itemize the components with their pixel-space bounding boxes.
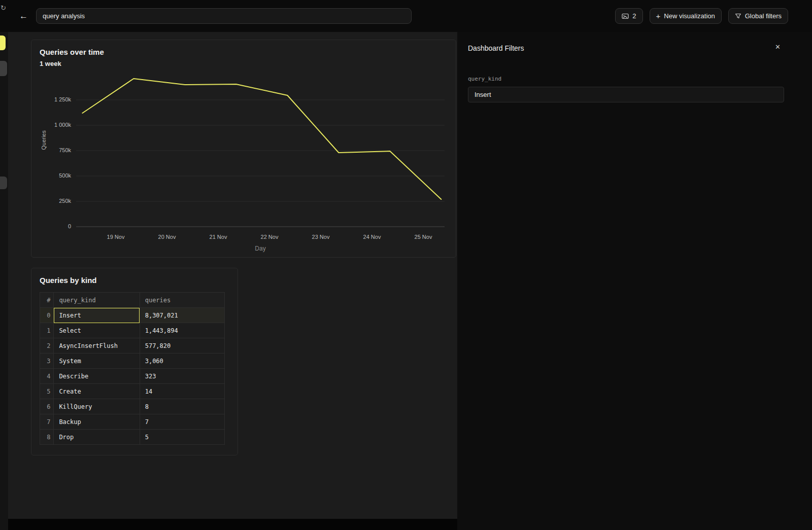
x-tick-label: 22 Nov — [249, 234, 290, 240]
table-card-queries-by-kind[interactable]: Queries by kind #query_kindqueries 0Inse… — [31, 268, 238, 455]
chart-card-queries-over-time[interactable]: Queries over time 1 week Queries Day 025… — [31, 40, 456, 258]
table-row: 3System3,060 — [40, 354, 225, 369]
table-row: 2AsyncInsertFlush577,820 — [40, 338, 225, 354]
funnel-icon — [735, 13, 741, 19]
table-row: 6KillQuery8 — [40, 399, 225, 414]
queries-by-kind-table: #query_kindqueries 0Insert8,307,0211Sele… — [40, 292, 225, 445]
table-cell[interactable]: 3 — [40, 354, 54, 369]
chart-title: Queries over time — [40, 48, 448, 56]
rail-item[interactable] — [0, 176, 7, 189]
table-cell[interactable]: 8,307,021 — [140, 308, 224, 323]
y-tick-label: 750k — [40, 147, 71, 153]
line-chart-svg — [76, 75, 445, 227]
dashboard-title-input[interactable] — [36, 8, 412, 24]
table-cell[interactable]: 14 — [140, 384, 224, 399]
x-tick-label: 25 Nov — [403, 234, 444, 240]
table-cell[interactable]: 4 — [40, 369, 54, 384]
table-cell[interactable]: 5 — [40, 384, 54, 399]
table-cell[interactable]: 0 — [40, 308, 54, 323]
table-cell[interactable]: 2 — [40, 338, 54, 354]
new-visualization-label: New visualization — [664, 12, 715, 20]
y-tick-label: 0 — [40, 223, 71, 229]
visualization-count-button[interactable]: 2 — [615, 8, 642, 24]
table-cell[interactable]: 323 — [140, 369, 224, 384]
x-tick-label: 23 Nov — [300, 234, 341, 240]
table-cell[interactable]: Drop — [54, 430, 140, 445]
filters-panel-title: Dashboard Filters — [468, 44, 784, 52]
table-cell[interactable]: 8 — [140, 399, 224, 414]
table-cell[interactable]: Backup — [54, 414, 140, 430]
history-icon[interactable]: ↻ — [1, 4, 6, 12]
table-cell[interactable]: KillQuery — [54, 399, 140, 414]
dashboard-app: ↻ ← 2 + New visualization Global filters — [0, 0, 812, 530]
table-row: 7Backup7 — [40, 414, 225, 430]
sidebar-rail — [0, 32, 8, 530]
table-cell[interactable]: 577,820 — [140, 338, 224, 354]
back-button[interactable]: ← — [19, 12, 28, 20]
table-cell[interactable]: System — [54, 354, 140, 369]
new-visualization-button[interactable]: + New visualization — [650, 8, 722, 24]
table-header: #query_kindqueries — [40, 293, 225, 308]
table-cell[interactable]: 6 — [40, 399, 54, 414]
table-row: 5Create14 — [40, 384, 225, 399]
x-tick-label: 24 Nov — [352, 234, 392, 240]
global-filters-label: Global filters — [745, 12, 782, 20]
table-cell[interactable]: Insert — [54, 308, 140, 323]
table-cell[interactable]: Create — [54, 384, 140, 399]
y-tick-label: 250k — [40, 198, 71, 204]
close-icon[interactable]: ✕ — [775, 43, 781, 51]
table-cell[interactable]: Select — [54, 323, 140, 338]
filter-field-label: query_kind — [468, 76, 784, 82]
table-column-header[interactable]: query_kind — [54, 293, 140, 308]
top-bar: ↻ ← 2 + New visualization Global filters — [0, 0, 812, 32]
rail-item[interactable] — [0, 61, 7, 76]
x-tick-label: 21 Nov — [198, 234, 239, 240]
table-cell[interactable]: 8 — [40, 430, 54, 445]
table-row: 1Select1,443,894 — [40, 323, 225, 338]
table-row: 8Drop5 — [40, 430, 225, 445]
table-cell[interactable]: Describe — [54, 369, 140, 384]
table-row: 4Describe323 — [40, 369, 225, 384]
table-body: 0Insert8,307,0211Select1,443,8942AsyncIn… — [40, 308, 225, 445]
line-chart: Queries Day 0250k500k750k1 000k1 250k19 … — [40, 69, 448, 252]
visualizations-icon — [622, 13, 629, 19]
table-cell[interactable]: 1,443,894 — [140, 323, 224, 338]
x-tick-label: 20 Nov — [147, 234, 187, 240]
table-row: 0Insert8,307,021 — [40, 308, 225, 323]
table-cell[interactable]: 3,060 — [140, 354, 224, 369]
y-tick-label: 1 250k — [40, 96, 71, 102]
table-cell[interactable]: 1 — [40, 323, 54, 338]
table-column-header[interactable]: # — [40, 293, 54, 308]
visualization-count-label: 2 — [632, 12, 636, 20]
query-kind-filter-input[interactable] — [468, 87, 784, 102]
x-axis-title: Day — [76, 245, 445, 252]
table-header-row: #query_kindqueries — [40, 293, 225, 308]
table-cell[interactable]: 7 — [40, 414, 54, 430]
rail-active-item[interactable] — [0, 36, 6, 50]
plus-icon: + — [656, 12, 661, 20]
global-filters-button[interactable]: Global filters — [728, 8, 788, 24]
table-cell[interactable]: 7 — [140, 414, 224, 430]
table-cell[interactable]: AsyncInsertFlush — [54, 338, 140, 354]
table-cell[interactable]: 5 — [140, 430, 224, 445]
table-column-header[interactable]: queries — [140, 293, 224, 308]
dashboard-canvas: Queries over time 1 week Queries Day 025… — [8, 32, 457, 519]
chart-subtitle: 1 week — [40, 60, 448, 67]
dashboard-filters-panel: Dashboard Filters ✕ query_kind — [457, 32, 812, 530]
x-tick-label: 19 Nov — [95, 234, 136, 240]
y-tick-label: 500k — [40, 172, 71, 179]
y-tick-label: 1 000k — [40, 122, 71, 128]
table-title: Queries by kind — [40, 276, 229, 285]
